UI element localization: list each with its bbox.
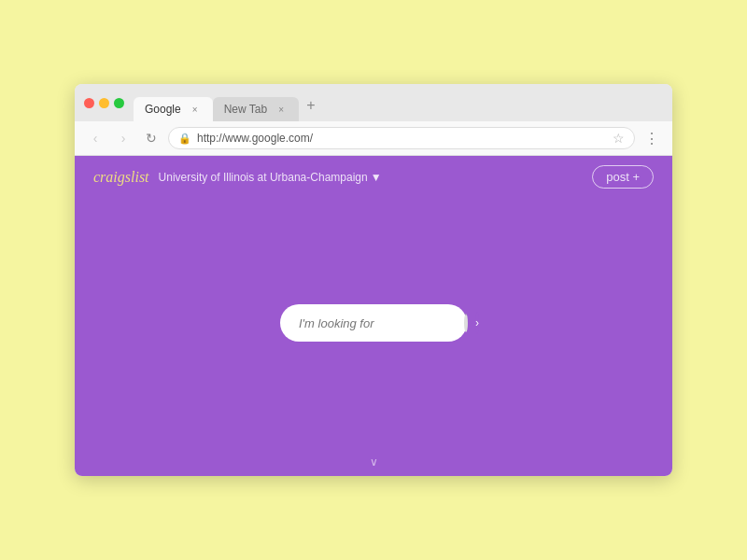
craigslist-logo: craigslist: [93, 169, 149, 186]
title-bar: Google × New Tab × +: [75, 84, 672, 121]
back-button[interactable]: ‹: [84, 127, 106, 149]
tab-newtab-close[interactable]: ×: [275, 103, 288, 116]
tab-newtab-label: New Tab: [224, 103, 267, 116]
search-area: ›: [75, 198, 672, 448]
address-bar[interactable]: 🔒 http://www.google.com/ ☆: [168, 127, 635, 149]
reload-button[interactable]: ↻: [140, 127, 162, 149]
minimize-button[interactable]: [99, 98, 109, 108]
loading-spinner: [464, 314, 468, 332]
forward-button[interactable]: ›: [112, 127, 134, 149]
location-selector[interactable]: University of Illinois at Urbana-Champai…: [159, 171, 382, 184]
search-input[interactable]: [299, 316, 457, 330]
navigation-bar: ‹ › ↻ 🔒 http://www.google.com/ ☆ ⋮: [75, 121, 672, 156]
bookmark-icon[interactable]: ☆: [613, 131, 625, 146]
maximize-button[interactable]: [114, 98, 124, 108]
post-button[interactable]: post +: [592, 165, 654, 189]
tab-google[interactable]: Google ×: [134, 97, 213, 121]
lock-icon: 🔒: [178, 133, 191, 145]
browser-window: Google × New Tab × + ‹ › ↻ 🔒 http://www.…: [75, 84, 672, 476]
menu-icon[interactable]: ⋮: [641, 127, 663, 149]
tab-newtab[interactable]: New Tab ×: [213, 97, 299, 121]
tab-bar: Google × New Tab × +: [134, 91, 663, 121]
location-label: University of Illinois at Urbana-Champai…: [159, 171, 368, 184]
window-controls: [84, 98, 124, 116]
new-tab-button[interactable]: +: [299, 91, 322, 121]
scroll-down-indicator: ∨: [75, 448, 672, 476]
chevron-down-icon: ∨: [370, 455, 378, 469]
search-go-button[interactable]: ›: [475, 312, 479, 334]
page-content: craigslist University of Illinois at Urb…: [75, 156, 672, 476]
close-button[interactable]: [84, 98, 94, 108]
search-bar: ›: [280, 304, 467, 342]
tab-google-close[interactable]: ×: [189, 103, 202, 116]
tab-google-label: Google: [145, 103, 181, 116]
location-dropdown-icon: ▼: [371, 171, 382, 184]
craigslist-header: craigslist University of Illinois at Urb…: [75, 156, 672, 198]
address-text: http://www.google.com/: [197, 132, 607, 145]
brand-area: craigslist University of Illinois at Urb…: [93, 169, 382, 186]
